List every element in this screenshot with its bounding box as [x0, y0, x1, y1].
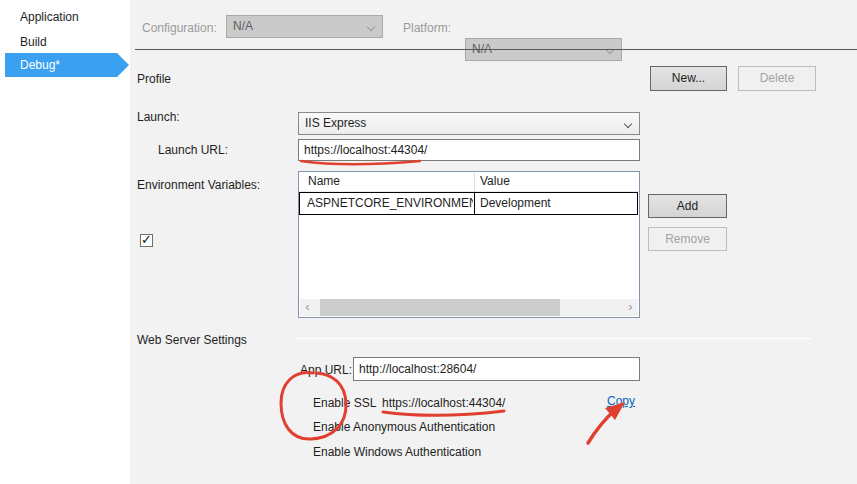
remove-variable-button[interactable]: Remove	[648, 227, 727, 251]
enable-ssl-label: Enable SSL	[313, 396, 376, 410]
checkmark-icon: ✓	[141, 232, 152, 247]
scroll-right-icon[interactable]: ›	[623, 299, 638, 316]
profile-label: Profile	[137, 72, 171, 86]
sidebar-item-debug[interactable]: Debug*	[5, 53, 117, 77]
configuration-value: N/A	[233, 19, 253, 33]
scrollbar-thumb[interactable]	[320, 299, 560, 316]
table-row[interactable]: ASPNETCORE_ENVIRONMENT Development	[299, 192, 638, 215]
profile-value: IIS Express	[305, 116, 366, 130]
web-server-settings-heading: Web Server Settings	[137, 333, 247, 347]
copy-ssl-url-link[interactable]: Copy	[607, 394, 635, 408]
launch-url-checkbox[interactable]: ✓	[140, 234, 153, 247]
environment-variables-label: Environment Variables:	[137, 178, 260, 192]
configuration-label: Configuration:	[142, 21, 217, 35]
column-header-name[interactable]: Name	[308, 174, 340, 188]
app-url-input[interactable]: http://localhost:28604/	[353, 357, 640, 381]
windows-auth-label: Enable Windows Authentication	[313, 445, 481, 459]
new-profile-button[interactable]: New...	[650, 66, 727, 91]
column-header-value[interactable]: Value	[480, 174, 510, 188]
sidebar-item-build[interactable]: Build	[20, 33, 47, 51]
anonymous-auth-label: Enable Anonymous Authentication	[313, 420, 495, 434]
horizontal-scrollbar[interactable]: ‹ ›	[300, 299, 638, 316]
project-properties-window: Application Build Debug* Configuration: …	[0, 0, 857, 484]
scroll-left-icon[interactable]: ‹	[300, 299, 315, 316]
section-divider	[295, 338, 812, 339]
delete-profile-button[interactable]: Delete	[738, 66, 816, 91]
properties-sidebar: Application Build Debug*	[0, 0, 130, 484]
env-name-cell[interactable]: ASPNETCORE_ENVIRONMENT	[307, 196, 473, 210]
header-separator	[135, 49, 857, 50]
profile-select[interactable]: IIS Express	[298, 112, 640, 135]
debug-page: Configuration: N/A Platform: N/A Profile…	[130, 0, 857, 484]
cell-separator	[474, 193, 475, 214]
launch-label: Launch:	[137, 110, 180, 124]
sidebar-item-application[interactable]: Application	[20, 8, 79, 26]
platform-label: Platform:	[403, 21, 451, 35]
launch-url-input[interactable]: https://localhost:44304/	[298, 139, 640, 161]
app-url-label: App URL:	[300, 363, 352, 377]
chevron-down-icon	[367, 23, 375, 31]
chevron-down-icon	[606, 46, 614, 54]
table-header-row: Name Value	[299, 172, 639, 192]
env-value-cell[interactable]: Development	[480, 196, 551, 210]
ssl-url-text: https://localhost:44304/	[382, 396, 505, 410]
environment-variables-table: Name Value ASPNETCORE_ENVIRONMENT Develo…	[298, 171, 640, 318]
configuration-select[interactable]: N/A	[226, 15, 383, 38]
chevron-down-icon	[624, 120, 632, 128]
launch-url-label: Launch URL:	[158, 143, 228, 157]
add-variable-button[interactable]: Add	[648, 194, 727, 218]
column-separator	[474, 173, 475, 192]
